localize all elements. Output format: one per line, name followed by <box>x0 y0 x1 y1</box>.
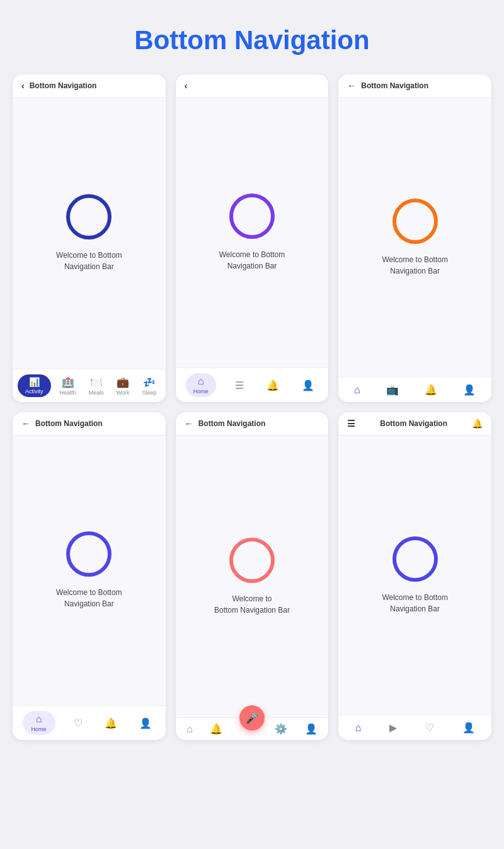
card-4-header: ← Bottom Navigation <box>13 412 166 436</box>
card-6-nav: ⌂ ▶ ♡ 👤 <box>338 715 491 740</box>
hamburger-icon[interactable]: ☰ <box>347 419 355 429</box>
nav6-play[interactable]: ▶ <box>386 720 401 735</box>
meals-icon: 🍽️ <box>90 376 103 388</box>
heart-icon-4: ♡ <box>74 717 83 729</box>
activity-label: Activity <box>25 388 43 395</box>
nav5-settings[interactable]: ⚙️ <box>271 722 291 736</box>
card-3-label: Welcome to BottomNavigation Bar <box>382 254 447 277</box>
card-5-title: Bottom Navigation <box>198 419 266 428</box>
card-3-nav: ⌂ 📺 🔔 👤 <box>338 377 491 402</box>
card-1-header: ‹ Bottom Navigation <box>13 74 166 98</box>
card-3-title: Bottom Navigation <box>361 81 428 90</box>
play-icon-6: ▶ <box>389 722 397 734</box>
nav5-user[interactable]: 👤 <box>301 722 321 736</box>
nav-health[interactable]: 🏥 Health <box>56 375 80 397</box>
nav-sleep[interactable]: 💤 Sleep <box>139 375 161 397</box>
home-label-2: Home <box>193 388 209 395</box>
card-2-label: Welcome to BottomNavigation Bar <box>219 249 285 272</box>
nav5-home[interactable]: ⌂ <box>183 722 197 736</box>
card-4-body: Welcome to BottomNavigation Bar <box>13 436 166 705</box>
card-5-nav: ⌂ 🔔 ⚙️ 👤 🎤 <box>176 717 329 740</box>
nav2-bell[interactable]: 🔔 <box>263 378 283 393</box>
health-label: Health <box>60 390 76 396</box>
back-icon-5[interactable]: ← <box>185 419 193 429</box>
list-icon-2: ☰ <box>235 379 244 391</box>
bell-icon-5: 🔔 <box>210 723 222 735</box>
card-5-circle <box>229 538 275 583</box>
user-icon-4: 👤 <box>139 717 152 729</box>
back-icon-3[interactable]: ← <box>347 81 356 91</box>
bell-icon-2: 🔔 <box>266 379 279 391</box>
bell-icon-3: 🔔 <box>425 384 437 396</box>
card-6: ☰ Bottom Navigation 🔔 Welcome to BottomN… <box>338 412 491 740</box>
nav4-bell[interactable]: 🔔 <box>101 716 121 731</box>
card-2-circle <box>229 193 275 239</box>
card-4-nav: ⌂ Home ♡ 🔔 👤 <box>13 705 166 740</box>
back-icon[interactable]: ‹ <box>21 81 25 91</box>
card-2-header: ‹ <box>176 74 329 98</box>
nav-activity[interactable]: 📊 Activity <box>18 374 51 397</box>
nav-work[interactable]: 💼 Work <box>113 375 134 397</box>
bell-header-icon[interactable]: 🔔 <box>472 419 483 429</box>
page-title: Bottom Navigation <box>0 0 504 74</box>
nav2-user[interactable]: 👤 <box>298 378 318 393</box>
user-icon-5: 👤 <box>305 723 318 735</box>
nav-meals[interactable]: 🍽️ Meals <box>85 375 108 397</box>
nav5-bell[interactable]: 🔔 <box>206 722 226 736</box>
card-6-label: Welcome to BottomNavigation Bar <box>382 592 447 615</box>
card-5-body: Welcome toBottom Navigation Bar <box>176 436 329 717</box>
nav3-user[interactable]: 👤 <box>459 383 479 397</box>
card-3-header: ← Bottom Navigation <box>338 74 491 98</box>
card-1-label: Welcome to BottomNavigation Bar <box>56 250 122 272</box>
nav4-home[interactable]: ⌂ Home <box>23 711 55 735</box>
back-icon-2[interactable]: ‹ <box>185 81 188 91</box>
card-4-circle <box>66 531 112 577</box>
card-6-circle <box>392 536 438 582</box>
meals-label: Meals <box>89 390 104 396</box>
fab-mic-button[interactable]: 🎤 <box>239 705 265 731</box>
card-1-body: Welcome to BottomNavigation Bar <box>13 98 166 369</box>
home-icon-4: ⌂ <box>36 713 42 725</box>
home-icon-5: ⌂ <box>186 724 193 735</box>
nav3-tv[interactable]: 📺 <box>382 383 403 397</box>
nav4-heart[interactable]: ♡ <box>70 716 86 731</box>
card-2-body: Welcome to BottomNavigation Bar <box>176 98 329 367</box>
card-4-label: Welcome to BottomNavigation Bar <box>56 587 122 609</box>
nav4-user[interactable]: 👤 <box>135 716 156 731</box>
home-icon-3: ⌂ <box>354 384 360 396</box>
card-5-label: Welcome toBottom Navigation Bar <box>214 593 290 616</box>
card-4-title: Bottom Navigation <box>35 419 103 428</box>
card-1-nav: 📊 Activity 🏥 Health 🍽️ Meals 💼 Work 💤 Sl… <box>13 369 166 402</box>
health-icon: 🏥 <box>62 376 74 388</box>
back-icon-4[interactable]: ← <box>21 419 30 429</box>
nav6-home[interactable]: ⌂ <box>352 721 365 735</box>
card-3: ← Bottom Navigation Welcome to BottomNav… <box>338 74 491 402</box>
nav2-home[interactable]: ⌂ Home <box>186 373 216 397</box>
mic-icon: 🎤 <box>246 712 258 724</box>
card-3-circle <box>392 199 438 244</box>
settings-icon-5: ⚙️ <box>275 723 287 735</box>
user-icon-2: 👤 <box>302 379 314 391</box>
card-6-body: Welcome to BottomNavigation Bar <box>338 436 491 715</box>
bell-icon-4: 🔔 <box>105 717 117 729</box>
tv-icon-3: 📺 <box>386 384 399 396</box>
card-1-title: Bottom Navigation <box>30 81 97 90</box>
home-icon-6: ⌂ <box>355 722 362 734</box>
work-icon: 💼 <box>117 376 129 388</box>
card-1: ‹ Bottom Navigation Welcome to BottomNav… <box>13 74 166 402</box>
sleep-icon: 💤 <box>143 376 156 388</box>
card-5: ← Bottom Navigation Welcome toBottom Nav… <box>176 412 329 740</box>
user-icon-6: 👤 <box>462 722 475 734</box>
nav3-bell[interactable]: 🔔 <box>421 383 441 397</box>
card-5-header: ← Bottom Navigation <box>176 412 329 436</box>
nav6-user[interactable]: 👤 <box>459 720 479 735</box>
user-icon-3: 👤 <box>463 384 476 396</box>
cards-grid: ‹ Bottom Navigation Welcome to BottomNav… <box>0 74 504 759</box>
nav3-home[interactable]: ⌂ <box>350 383 364 397</box>
home-icon-2: ⌂ <box>198 376 204 387</box>
nav6-heart[interactable]: ♡ <box>421 720 438 735</box>
card-2-nav: ⌂ Home ☰ 🔔 👤 <box>176 367 329 402</box>
card-2: ‹ Welcome to BottomNavigation Bar ⌂ Home… <box>176 74 329 402</box>
nav2-list[interactable]: ☰ <box>231 378 248 393</box>
sleep-label: Sleep <box>142 390 157 396</box>
